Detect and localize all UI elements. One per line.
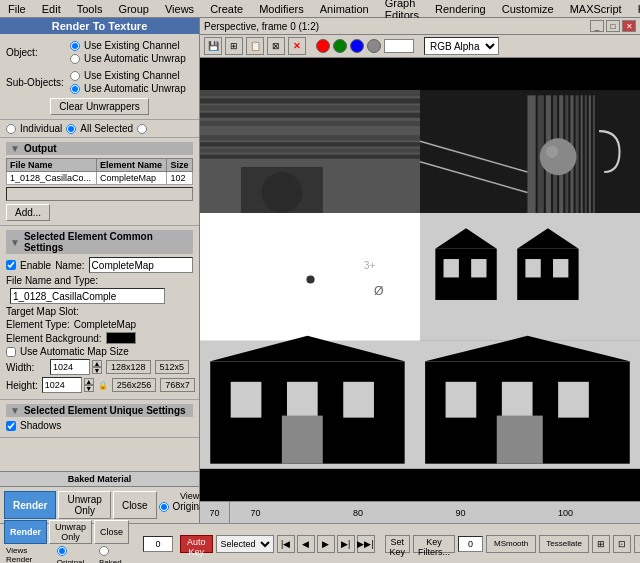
close-button[interactable]: Close xyxy=(113,491,157,519)
close-viewport-button[interactable]: ✕ xyxy=(622,20,636,32)
element-type-row: Element Type: CompleteMap xyxy=(6,319,193,330)
bottom-unwrap-button[interactable]: Unwrap Only xyxy=(49,520,92,544)
uv-map-visualization: Ø 3+ xyxy=(200,58,640,501)
height-down-btn[interactable]: ▼ xyxy=(84,385,94,392)
use-existing-channel-option[interactable]: Use Existing Channel xyxy=(70,40,186,51)
height-spinner[interactable]: 1024 xyxy=(42,377,82,393)
width-size-512-btn[interactable]: 512x5 xyxy=(155,360,190,374)
menu-item-file[interactable]: File xyxy=(4,2,30,16)
width-up-btn[interactable]: ▲ xyxy=(92,360,102,367)
go-start-button[interactable]: |◀ xyxy=(277,535,295,553)
paste-icon[interactable]: 📋 xyxy=(246,37,264,55)
height-size-256-btn[interactable]: 256x256 xyxy=(112,378,157,392)
width-spinner[interactable]: 1024 xyxy=(50,359,90,375)
current-frame-input[interactable] xyxy=(458,536,483,552)
viewport-canvas[interactable]: Ø 3+ xyxy=(200,58,640,501)
background-color-swatch[interactable] xyxy=(106,332,136,344)
panel-title: Render To Texture xyxy=(0,18,199,34)
svg-text:3+: 3+ xyxy=(364,260,376,271)
menu-item-rendering[interactable]: Rendering xyxy=(431,2,490,16)
cell-elementname: CompleteMap xyxy=(96,172,167,185)
shadows-checkbox[interactable] xyxy=(6,421,16,431)
bottom-close-button[interactable]: Close xyxy=(94,520,129,544)
height-size-768-btn[interactable]: 768x7 xyxy=(160,378,195,392)
sub-use-automatic-option[interactable]: Use Automatic Unwrap xyxy=(70,83,186,94)
svg-text:Ø: Ø xyxy=(374,284,384,298)
menu-item-maxscript[interactable]: MAXScript xyxy=(566,2,626,16)
unwrap-only-button[interactable]: Unwrap Only xyxy=(58,491,110,519)
menu-item-views[interactable]: Views xyxy=(161,2,198,16)
sub-use-automatic-label: Use Automatic Unwrap xyxy=(84,83,186,94)
msmooth-btn[interactable]: MSmooth xyxy=(486,535,536,553)
baked-view-radio[interactable]: Baked xyxy=(99,546,129,563)
green-channel-dot[interactable] xyxy=(333,39,347,53)
prev-frame-button[interactable]: ◀ xyxy=(297,535,315,553)
menu-item-group[interactable]: Group xyxy=(114,2,153,16)
delete-icon[interactable]: ⊠ xyxy=(267,37,285,55)
menu-item-create[interactable]: Create xyxy=(206,2,247,16)
all-selected-label: All Selected xyxy=(80,123,133,134)
individual-option[interactable]: Individual xyxy=(6,123,62,134)
svg-rect-46 xyxy=(287,382,318,418)
file-name-type-input[interactable] xyxy=(10,288,165,304)
set-key-button[interactable]: Set Key xyxy=(385,535,411,553)
close-icon[interactable]: ✕ xyxy=(288,37,306,55)
width-down-btn[interactable]: ▼ xyxy=(92,367,102,374)
menu-item-tools[interactable]: Tools xyxy=(73,2,107,16)
table-row[interactable]: 1_0128_CasillaCo... CompleteMap 102 xyxy=(7,172,193,185)
key-filters-button[interactable]: Key Filters... xyxy=(413,535,455,553)
sub-use-existing-option[interactable]: Use Existing Channel xyxy=(70,70,186,81)
icon2[interactable]: ⊡ xyxy=(613,535,631,553)
icon3[interactable]: ⊕ xyxy=(634,535,640,553)
channel-selector[interactable]: RGB Alpha Red Green Blue Alpha xyxy=(424,37,499,55)
svg-rect-52 xyxy=(502,382,533,418)
viewport-title: Perspective, frame 0 (1:2) xyxy=(204,21,319,32)
svg-rect-24 xyxy=(585,95,587,213)
horizontal-scrollbar[interactable] xyxy=(6,187,193,201)
save-icon[interactable]: 💾 xyxy=(204,37,222,55)
svg-rect-8 xyxy=(200,135,420,140)
menu-item-modifiers[interactable]: Modifiers xyxy=(255,2,308,16)
timeline-ruler[interactable]: 70 80 90 100 xyxy=(230,502,640,523)
menu-item-help[interactable]: Help xyxy=(634,2,640,16)
bottom-render-button[interactable]: Render xyxy=(4,520,47,544)
name-input[interactable] xyxy=(89,257,193,273)
menu-item-animation[interactable]: Animation xyxy=(316,2,373,16)
timeline-mark-100: 100 xyxy=(558,508,573,518)
minimize-button[interactable]: _ xyxy=(590,20,604,32)
viewport-title-bar: Perspective, frame 0 (1:2) _ □ ✕ xyxy=(200,18,640,35)
red-channel-dot[interactable] xyxy=(316,39,330,53)
width-row: Width: 1024 ▲ ▼ 128x128 512x5 xyxy=(6,359,193,375)
clear-unwrappers-button[interactable]: Clear Unwrappers xyxy=(50,98,149,115)
copy-icon[interactable]: ⊞ xyxy=(225,37,243,55)
blue-channel-dot[interactable] xyxy=(350,39,364,53)
maximize-button[interactable]: □ xyxy=(606,20,620,32)
selected-dropdown[interactable]: Selected xyxy=(216,535,274,553)
all-selected-option[interactable]: All Selected xyxy=(66,123,133,134)
frame-input[interactable] xyxy=(143,536,173,552)
width-size-128-btn[interactable]: 128x128 xyxy=(106,360,151,374)
grey-channel-dot[interactable] xyxy=(367,39,381,53)
use-automatic-unwrap-option[interactable]: Use Automatic Unwrap xyxy=(70,53,186,64)
enable-checkbox[interactable] xyxy=(6,260,16,270)
menu-item-edit[interactable]: Edit xyxy=(38,2,65,16)
auto-map-size-checkbox[interactable] xyxy=(6,347,16,357)
bottom-action-buttons: Render Unwrap Only Close Views Render Or… xyxy=(4,520,129,563)
render-button[interactable]: Render xyxy=(4,491,56,519)
frame-display xyxy=(139,536,177,552)
next-frame-button[interactable]: ▶| xyxy=(337,535,355,553)
original-view-radio[interactable]: Original xyxy=(57,546,91,563)
go-end-button[interactable]: ▶▶| xyxy=(357,535,375,553)
icon1[interactable]: ⊞ xyxy=(592,535,610,553)
tessellate-btn[interactable]: Tessellate xyxy=(539,535,589,553)
svg-rect-3 xyxy=(200,98,420,103)
menu-item-customize[interactable]: Customize xyxy=(498,2,558,16)
window-controls: _ □ ✕ xyxy=(590,20,636,32)
timeline-mark-80: 80 xyxy=(353,508,363,518)
add-button[interactable]: Add... xyxy=(6,204,50,221)
output-section: ▼ Output File Name Element Name Size xyxy=(0,138,199,226)
height-up-btn[interactable]: ▲ xyxy=(84,378,94,385)
baked-material-label: Baked Material xyxy=(68,474,132,484)
play-button[interactable]: ▶ xyxy=(317,535,335,553)
auto-key-button[interactable]: Auto Key xyxy=(180,535,213,553)
